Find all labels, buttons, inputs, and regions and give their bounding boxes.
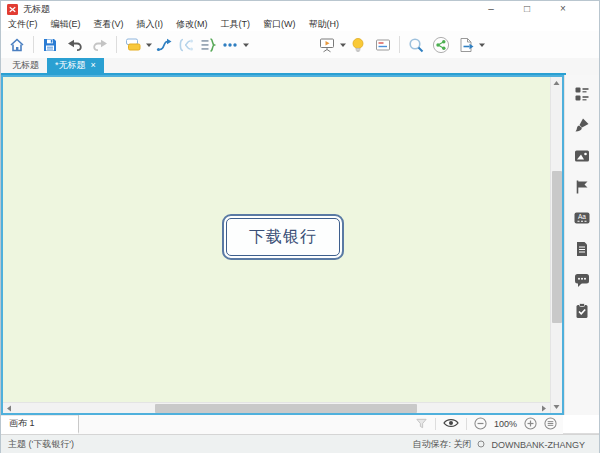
maximize-button[interactable]: □ xyxy=(509,1,545,17)
toolbar-separator xyxy=(33,36,34,53)
horizontal-scrollbar[interactable] xyxy=(3,402,550,413)
tab-label: 无标题 xyxy=(12,59,39,72)
boundary-icon[interactable] xyxy=(175,34,197,56)
menu-view[interactable]: 查看(V) xyxy=(94,18,124,31)
menu-edit[interactable]: 编辑(E) xyxy=(51,18,81,31)
app-window: 无标题 – □ × 文件(F) 编辑(E) 查看(V) 插入(I) 修改(M) … xyxy=(0,0,600,453)
device-icon xyxy=(477,440,485,450)
export-icon[interactable] xyxy=(455,34,477,56)
document-tabbar: 无标题 *无标题 × xyxy=(1,58,599,75)
more-tools-dropdown-icon[interactable] xyxy=(241,34,250,56)
statusbar: 主题 ('下载银行') 自动保存: 关闭 DOWNBANK-ZHANGY xyxy=(1,434,599,453)
share-icon[interactable] xyxy=(430,34,452,56)
export-dropdown-icon[interactable] xyxy=(477,34,486,56)
save-icon[interactable] xyxy=(39,34,61,56)
central-topic-label: 下载银行 xyxy=(249,227,317,248)
relationship-icon[interactable] xyxy=(153,34,175,56)
tab-close-icon[interactable]: × xyxy=(91,61,96,70)
more-tools-icon[interactable] xyxy=(219,34,241,56)
scroll-right-icon[interactable] xyxy=(538,403,550,414)
preview-eye-icon[interactable] xyxy=(443,417,459,431)
new-topic-dropdown-icon[interactable] xyxy=(144,34,153,56)
filter-icon[interactable] xyxy=(415,417,428,432)
sheet-bar-separator xyxy=(435,418,436,430)
image-icon[interactable] xyxy=(570,145,594,167)
notes-panel-icon[interactable] xyxy=(372,34,394,56)
idea-bulb-icon[interactable] xyxy=(347,34,369,56)
main-area: 下载银行 xyxy=(1,75,599,415)
menu-insert[interactable]: 插入(I) xyxy=(137,18,164,31)
editor-area: 下载银行 xyxy=(1,75,564,415)
app-logo-icon xyxy=(7,4,18,15)
comment-icon[interactable] xyxy=(570,269,594,291)
zoom-out-icon[interactable] xyxy=(474,417,487,432)
menu-tools[interactable]: 工具(T) xyxy=(221,18,251,31)
close-button[interactable]: × xyxy=(545,1,581,17)
menu-file[interactable]: 文件(F) xyxy=(8,18,38,31)
central-topic-node[interactable]: 下载银行 xyxy=(222,214,344,260)
vertical-scroll-track[interactable] xyxy=(551,89,563,401)
menu-help[interactable]: 帮助(H) xyxy=(309,18,340,31)
overview-icon[interactable] xyxy=(544,417,557,432)
autosave-status: 自动保存: 关闭 xyxy=(412,438,471,451)
mindmap-canvas[interactable]: 下载银行 xyxy=(3,77,550,402)
sheet-tab[interactable]: 画布 1 xyxy=(1,415,79,434)
undo-icon[interactable] xyxy=(64,34,86,56)
sheet-bar: 画布 1 100% xyxy=(1,415,599,434)
task-icon[interactable] xyxy=(570,300,594,322)
search-icon[interactable] xyxy=(405,34,427,56)
active-tab-underline xyxy=(1,73,566,75)
label-icon[interactable]: Aa xyxy=(570,207,594,229)
menu-window[interactable]: 窗口(W) xyxy=(263,18,296,31)
notes-icon[interactable] xyxy=(570,238,594,260)
format-icon[interactable] xyxy=(570,83,594,105)
scroll-down-icon[interactable] xyxy=(551,401,563,413)
presentation-icon[interactable] xyxy=(316,34,338,56)
vertical-scrollbar[interactable] xyxy=(550,77,562,413)
window-controls: – □ × xyxy=(473,1,581,17)
zoom-in-icon[interactable] xyxy=(524,417,537,432)
horizontal-scroll-track[interactable] xyxy=(15,403,538,414)
new-topic-icon[interactable] xyxy=(122,34,144,56)
minimize-button[interactable]: – xyxy=(473,1,509,17)
tab-label: *无标题 xyxy=(55,59,86,72)
tab-untitled-active[interactable]: *无标题 × xyxy=(47,58,104,73)
menubar: 文件(F) 编辑(E) 查看(V) 插入(I) 修改(M) 工具(T) 窗口(W… xyxy=(1,17,599,31)
device-name: DOWNBANK-ZHANGY xyxy=(491,440,585,450)
right-sidebar: Aa xyxy=(564,75,599,415)
scroll-left-icon[interactable] xyxy=(3,403,15,414)
tab-untitled-inactive[interactable]: 无标题 xyxy=(4,58,47,73)
vertical-scroll-thumb[interactable] xyxy=(552,171,562,323)
horizontal-scroll-thumb[interactable] xyxy=(155,404,417,413)
sheet-bar-fill xyxy=(79,415,415,434)
redo-icon[interactable] xyxy=(89,34,111,56)
home-icon[interactable] xyxy=(6,34,28,56)
zoom-level: 100% xyxy=(494,419,517,429)
titlebar: 无标题 – □ × xyxy=(1,1,599,17)
toolbar-separator xyxy=(116,36,117,53)
scroll-up-icon[interactable] xyxy=(551,77,563,89)
presentation-dropdown-icon[interactable] xyxy=(338,34,347,56)
toolbar-separator xyxy=(399,36,400,53)
summary-icon[interactable] xyxy=(197,34,219,56)
menu-modify[interactable]: 修改(M) xyxy=(176,18,208,31)
format-painter-icon[interactable] xyxy=(570,114,594,136)
selection-status: 主题 ('下载银行') xyxy=(8,438,74,451)
marker-flag-icon[interactable] xyxy=(570,176,594,198)
svg-text:Aa: Aa xyxy=(578,213,586,220)
sheet-bar-separator xyxy=(466,418,467,430)
toolbar xyxy=(1,31,599,58)
window-title: 无标题 xyxy=(23,3,50,16)
